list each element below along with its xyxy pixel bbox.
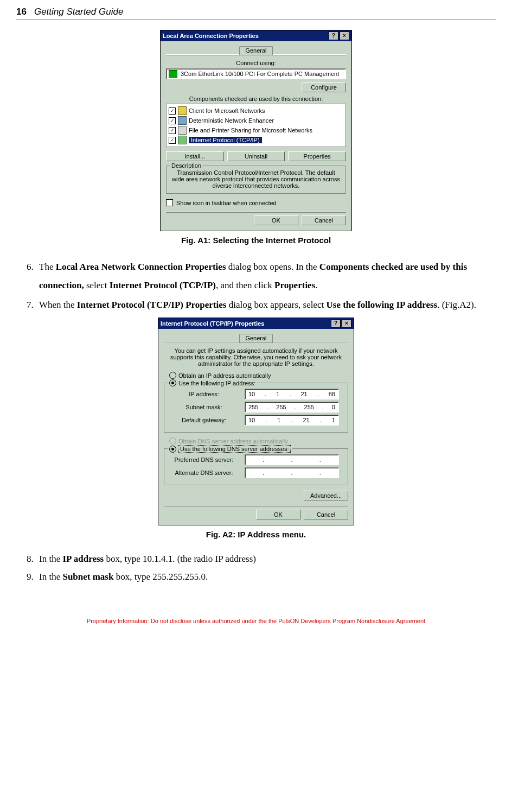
checkbox-icon[interactable]: ✓ [169, 127, 176, 134]
radio-label: Obtain an IP address automatically [178, 372, 271, 379]
default-gateway-input[interactable]: 10. 1. 21. 1 [245, 415, 339, 426]
help-button[interactable]: ? [331, 319, 341, 328]
cancel-button[interactable]: Cancel [304, 510, 348, 519]
octet: 255 [276, 404, 286, 410]
default-gateway-label: Default gateway: [169, 417, 239, 423]
text: , and then click [216, 280, 274, 290]
footer-proprietary-notice: Proprietary Information: Do not disclose… [16, 618, 496, 624]
text: . [315, 280, 317, 290]
page: 16 Getting Started Guide Local Area Conn… [0, 0, 512, 646]
text: In the [39, 554, 62, 564]
description-fieldset: Description Transmission Control Protoco… [166, 166, 346, 194]
page-header: 16 Getting Started Guide [16, 7, 496, 17]
ip-address-input[interactable]: 10. 1. 21. 88 [245, 389, 339, 399]
text: When the [39, 300, 77, 310]
preferred-dns-label: Preferred DNS server: [169, 456, 239, 463]
text-bold: Subnet mask [62, 572, 113, 582]
uninstall-button[interactable]: Uninstall [227, 151, 285, 161]
show-icon-label: Show icon in taskbar when connected [176, 200, 277, 206]
octet: 10 [248, 417, 255, 423]
list-item-label: Internet Protocol (TCP/IP) [189, 137, 262, 143]
list-item-label: Client for Microsoft Networks [189, 107, 265, 114]
radio-label: Use the following IP address: [178, 380, 255, 386]
text: dialog box appears, select [226, 300, 326, 310]
install-button[interactable]: Install... [166, 151, 224, 161]
show-icon-checkbox[interactable] [166, 199, 173, 206]
tcpip-properties-dialog: Internet Protocol (TCP/IP) Properties ? … [158, 318, 354, 525]
properties-button[interactable]: Properties [288, 151, 346, 161]
configure-button[interactable]: Configure [302, 83, 346, 92]
radio-obtain-dns-auto [169, 437, 176, 445]
network-client-icon [178, 106, 187, 115]
radio-use-following-ip[interactable] [169, 379, 176, 386]
subnet-mask-input[interactable]: 255. 255. 255. 0 [245, 402, 339, 413]
instruction-list: In the IP address box, type 10.1.4.1. (t… [16, 551, 496, 585]
advanced-button[interactable]: Advanced... [304, 491, 348, 500]
text: box, type 255.255.255.0. [113, 572, 208, 582]
network-enhancer-icon [178, 116, 187, 125]
step-6: The Local Area Network Connection Proper… [36, 258, 496, 295]
file-printer-sharing-icon [178, 126, 187, 135]
list-item[interactable]: ✓ File and Printer Sharing for Microsoft… [169, 125, 343, 135]
dialog-titlebar: Local Area Connection Properties ? × [161, 30, 351, 41]
text: dialog box opens. In the [226, 262, 319, 272]
dialog-title: Local Area Connection Properties [163, 33, 259, 39]
text-bold: Internet Protocol (TCP/IP) Properties [77, 300, 227, 310]
octet: 10 [248, 391, 255, 397]
subnet-mask-label: Subnet mask: [169, 404, 239, 410]
tab-general[interactable]: General [239, 334, 272, 342]
description-legend: Description [170, 162, 203, 169]
text-bold: Internet Protocol (TCP/IP) [110, 280, 216, 290]
list-item[interactable]: ✓ Client for Microsoft Networks [169, 106, 343, 116]
octet: 1 [277, 417, 280, 423]
description-text: Transmission Control Protocol/Internet P… [171, 169, 341, 189]
figure-a1-container: Local Area Connection Properties ? × Gen… [16, 30, 496, 245]
ok-button[interactable]: OK [256, 510, 300, 519]
list-item[interactable]: ✓ Internet Protocol (TCP/IP) [169, 135, 343, 145]
list-item-label: File and Printer Sharing for Microsoft N… [189, 127, 312, 134]
text-bold: Use the following IP address [327, 300, 438, 310]
intro-text: You can get IP settings assigned automat… [164, 347, 348, 367]
step-9: In the Subnet mask box, type 255.255.255… [36, 569, 496, 586]
ip-address-label: IP address: [169, 391, 239, 397]
checkbox-icon[interactable]: ✓ [169, 117, 176, 124]
ok-button[interactable]: OK [254, 215, 298, 225]
preferred-dns-input[interactable]: . . . [245, 454, 339, 465]
checkbox-icon[interactable]: ✓ [169, 137, 176, 144]
checkbox-icon[interactable]: ✓ [169, 107, 176, 115]
document-title: Getting Started Guide [34, 7, 123, 17]
step-8: In the IP address box, type 10.1.4.1. (t… [36, 551, 496, 568]
components-listbox[interactable]: ✓ Client for Microsoft Networks ✓ Determ… [166, 104, 346, 147]
page-number: 16 [16, 7, 27, 17]
cancel-button[interactable]: Cancel [302, 215, 346, 225]
octet: 255 [304, 404, 314, 410]
help-button[interactable]: ? [329, 31, 338, 40]
radio-use-following-dns[interactable] [169, 446, 176, 453]
alternate-dns-input[interactable]: . . . [245, 467, 339, 478]
lan-properties-dialog: Local Area Connection Properties ? × Gen… [160, 30, 352, 231]
octet: 1 [276, 391, 279, 397]
close-button[interactable]: × [342, 319, 351, 328]
connect-using-label: Connect using: [166, 60, 346, 66]
radio-label: Obtain DNS server address automatically [178, 438, 288, 445]
figure-a1-caption: Fig. A1: Selecting the Internet Protocol [16, 236, 496, 245]
tcpip-icon [178, 136, 187, 144]
octet: 0 [332, 404, 335, 410]
instruction-list: The Local Area Network Connection Proper… [16, 258, 496, 314]
octet: 255 [248, 404, 258, 410]
radio-obtain-auto[interactable] [169, 372, 176, 379]
alternate-dns-label: Alternate DNS server: [169, 470, 239, 476]
text-bold: IP address [62, 554, 104, 564]
nic-icon [169, 70, 177, 78]
text: box, type 10.1.4.1. (the radio IP addres… [104, 554, 256, 564]
figure-a2-caption: Fig. A2: IP Address menu. [16, 530, 496, 539]
octet: 21 [300, 391, 307, 397]
dialog-titlebar: Internet Protocol (TCP/IP) Properties ? … [158, 318, 354, 329]
tab-general[interactable]: General [239, 46, 272, 55]
octet: 88 [329, 391, 335, 397]
list-item[interactable]: ✓ Deterministic Network Enhancer [169, 116, 343, 125]
text-bold: Local Area Network Connection Properties [56, 262, 226, 272]
step-7: When the Internet Protocol (TCP/IP) Prop… [36, 296, 496, 314]
close-button[interactable]: × [340, 31, 349, 40]
nic-field: 3Com EtherLink 10/100 PCI For Complete P… [166, 68, 346, 79]
